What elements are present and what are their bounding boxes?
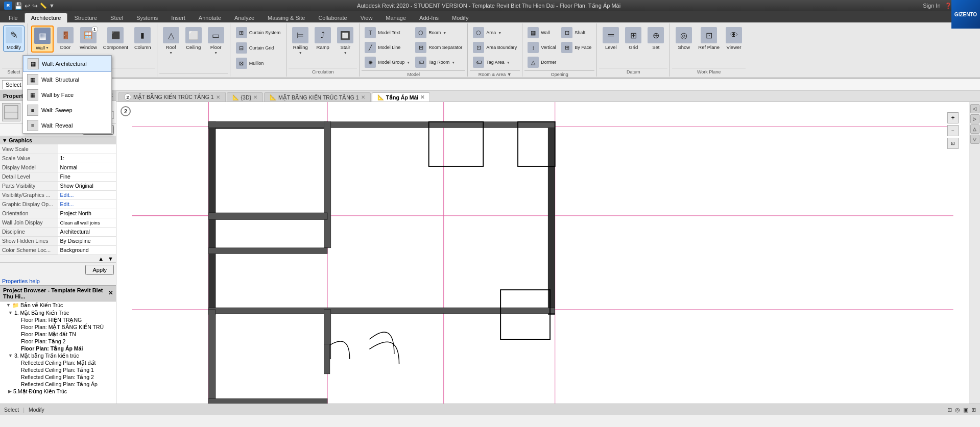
tab-massing[interactable]: Massing & Site <box>261 13 312 22</box>
pb-mat-bang-tran[interactable]: ▼ 3. Mặt bằng Trần kiến trúc <box>0 352 116 359</box>
tab-3d-close[interactable]: ✕ <box>253 94 257 100</box>
qat-measure[interactable]: 📏 <box>40 3 47 9</box>
wall-struct-item[interactable]: ▦ Wall: Structural <box>23 72 111 87</box>
zoom-in-btn[interactable]: + <box>947 112 959 123</box>
wall-btn[interactable]: ▦ Wall▼ <box>31 26 54 53</box>
mini-btn-1[interactable]: ◁ <box>970 104 979 113</box>
set-btn[interactable]: ⊕ Set <box>645 26 666 52</box>
model-text-btn[interactable]: T Model Text <box>363 26 412 40</box>
pb-ceiling-tang-ap[interactable]: Reflected Ceiling Plan: Tầng Áp <box>0 381 116 388</box>
railing-btn[interactable]: ⊨ Railing▼ <box>290 26 311 56</box>
area-btn[interactable]: ⬡ Area▼ <box>471 26 519 40</box>
status-select[interactable]: Select <box>4 407 19 413</box>
model-line-btn[interactable]: ╱ Model Line <box>363 40 412 55</box>
status-icon-3[interactable]: ▣ <box>963 407 968 413</box>
show-btn[interactable]: ◎ Show <box>673 26 695 52</box>
status-icon-1[interactable]: ⊡ <box>947 407 952 413</box>
qat-save[interactable]: 💾 <box>14 2 22 10</box>
room-separator-btn[interactable]: ⊟ Room Separator <box>413 40 464 55</box>
status-icon-2[interactable]: ◎ <box>955 407 960 413</box>
curtain-system-btn[interactable]: ⊞ Curtain System <box>233 26 283 40</box>
pb-ceiling-mat-dat[interactable]: Reflected Ceiling Plan: Mặt đất <box>0 359 116 366</box>
pb-floor-tang-ap-mai[interactable]: Floor Plan: Tầng Áp Mái <box>0 345 116 352</box>
window-btn[interactable]: 🪟 1 Window <box>77 26 100 52</box>
viewer-btn[interactable]: 👁 Viewer <box>723 26 745 52</box>
level-btn[interactable]: ═ Level <box>600 26 622 52</box>
tab-tang-ap-mai-close[interactable]: ✕ <box>420 94 424 100</box>
modify-btn[interactable]: ✎ Modify <box>3 26 25 52</box>
by-face-btn[interactable]: ⊞ By Face <box>559 40 593 55</box>
model-group-btn[interactable]: ⊕ Model Group▼ <box>363 55 412 69</box>
door-btn[interactable]: 🚪 Door <box>55 26 76 52</box>
tab-mat-bang-1-close[interactable]: ✕ <box>216 94 220 100</box>
wall-opening-btn[interactable]: ▦ Wall <box>525 26 558 40</box>
pb-mat-dung[interactable]: ▶ 5.Mặt Đứng Kiến Trúc <box>0 388 116 395</box>
wall-sweep-item[interactable]: ≡ Wall: Sweep <box>23 103 111 118</box>
area-boundary-btn[interactable]: ⊡ Area Boundary <box>471 40 519 55</box>
room-btn[interactable]: ⬡ Room▼ <box>413 26 464 40</box>
shaft-btn[interactable]: ⊡ Shaft <box>559 26 593 40</box>
pb-ceiling-tang-2[interactable]: Reflected Ceiling Plan: Tầng 2 <box>0 373 116 381</box>
tab-mat-bang-1b-close[interactable]: ✕ <box>361 94 365 100</box>
properties-help-link[interactable]: Properties help <box>2 278 40 284</box>
dormer-btn[interactable]: △ Dormer <box>525 55 558 69</box>
tab-systems[interactable]: Systems <box>130 13 164 22</box>
pb-floor-tang-2[interactable]: Floor Plan: Tầng 2 <box>0 338 116 345</box>
tab-3d[interactable]: 📐 {3D} ✕ <box>227 92 263 102</box>
tab-architecture[interactable]: Architecture <box>25 13 68 23</box>
mini-btn-2[interactable]: ▷ <box>970 114 979 123</box>
ref-plane-btn[interactable]: ⊡ Ref Plane <box>696 26 722 52</box>
tab-view[interactable]: View <box>354 13 379 22</box>
apply-btn[interactable]: Apply <box>85 265 114 275</box>
roof-btn[interactable]: △ Roof▼ <box>160 26 182 56</box>
qat-redo[interactable]: ↪ <box>32 2 38 10</box>
pb-mat-bang-kien-truc[interactable]: ▼ 1. Mặt Bằng Kiến Trúc <box>0 309 116 316</box>
tab-collaborate[interactable]: Collaborate <box>312 13 353 22</box>
project-browser-close[interactable]: ✕ <box>108 290 113 296</box>
tab-mat-bang-1[interactable]: 2 MẶT BẰNG KIẾN TRÚC TẦNG 1 ✕ <box>118 92 226 102</box>
tab-addins[interactable]: Add-Ins <box>413 13 445 22</box>
grid-btn[interactable]: ⊞ Grid <box>623 26 644 52</box>
tab-annotate[interactable]: Annotate <box>192 13 228 22</box>
mini-btn-4[interactable]: ▽ <box>970 135 979 144</box>
ramp-btn[interactable]: ⤴ Ramp <box>312 26 333 52</box>
stair-btn[interactable]: 🔲 Stair▼ <box>334 26 356 56</box>
qat-settings[interactable]: ▼ <box>49 3 55 9</box>
tag-area-btn[interactable]: 🏷 Tag Area▼ <box>471 55 519 69</box>
mini-btn-3[interactable]: △ <box>970 124 979 134</box>
status-icon-4[interactable]: ⊞ <box>971 407 976 413</box>
tab-analyze[interactable]: Analyze <box>228 13 261 22</box>
pb-ban-ve-kien-truc[interactable]: ▼ 📁 Bản vẽ Kiến Trúc <box>0 302 116 309</box>
graphic-display-edit[interactable]: Edit... <box>60 201 74 207</box>
tag-room-btn[interactable]: 🏷 Tag Room▼ <box>413 55 464 69</box>
pb-floor-hien-trang[interactable]: Floor Plan: HIỆN TRẠNG <box>0 316 116 323</box>
zoom-fit-btn[interactable]: ⊡ <box>947 138 959 149</box>
props-scroll-down[interactable]: ▼ <box>106 256 115 262</box>
tab-tang-ap-mai[interactable]: 📐 Tầng Áp Mái ✕ <box>372 92 431 102</box>
pb-floor-mat-bang[interactable]: Floor Plan: MẶT BẰNG KIẾN TRÚ <box>0 323 116 331</box>
qat-undo[interactable]: ↩ <box>25 2 30 10</box>
curtain-grid-btn[interactable]: ⊟ Curtain Grid <box>233 41 283 55</box>
tab-structure[interactable]: Structure <box>67 13 104 22</box>
ceiling-btn[interactable]: ⬜ Ceiling <box>183 26 204 52</box>
tab-modify[interactable]: Modify <box>445 13 475 22</box>
tab-mat-bang-1b[interactable]: 📐 MẶT BẰNG KIẾN TRÚC TẦNG 1 ✕ <box>264 92 371 102</box>
props-scroll-up[interactable]: ▲ <box>96 256 106 262</box>
component-btn[interactable]: ⬛ Component <box>101 26 131 52</box>
wall-reveal-item[interactable]: ≡ Wall: Reveal <box>23 118 111 133</box>
canvas-area[interactable]: 2 <box>116 102 969 404</box>
column-btn[interactable]: ▮ Column <box>132 26 154 52</box>
vertical-btn[interactable]: ↕ Vertical <box>525 40 558 55</box>
wall-arch-item[interactable]: ▦ Wall: Architectural <box>23 56 111 72</box>
wall-by-face-item[interactable]: ▦ Wall by Face <box>23 87 111 103</box>
zoom-out-btn[interactable]: − <box>947 125 959 136</box>
mullion-btn[interactable]: ⊠ Mullion <box>233 56 283 70</box>
help-btn[interactable]: ❓ <box>945 3 952 9</box>
floor-btn[interactable]: ▭ Floor▼ <box>205 26 227 56</box>
sign-in-btn[interactable]: Sign In <box>923 3 940 9</box>
pb-ceiling-tang-1[interactable]: Reflected Ceiling Plan: Tầng 1 <box>0 366 116 373</box>
tab-manage[interactable]: Manage <box>379 13 413 22</box>
tab-file[interactable]: File <box>2 13 25 22</box>
tab-insert[interactable]: Insert <box>164 13 192 22</box>
status-modify[interactable]: Modify <box>29 407 44 413</box>
